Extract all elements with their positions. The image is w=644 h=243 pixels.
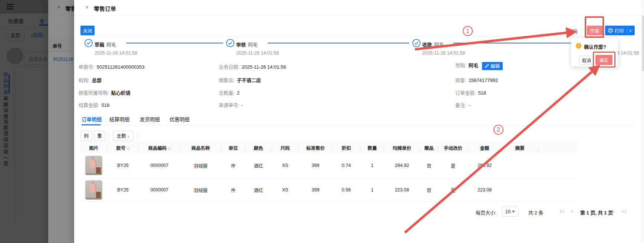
field-org: 机构:总部 — [79, 76, 102, 83]
step-audit: 审核 — [236, 41, 246, 48]
retail-order-drawer: × 零售订单 关闭 条码 作废 打印 ∨ 草稿 阿毛 2025-11-26 14… — [74, 0, 644, 243]
filter-icon[interactable]: ▽ — [127, 147, 130, 151]
page-size-select[interactable]: 10 — [502, 207, 519, 217]
print-label: 打印 — [615, 27, 624, 34]
drawer-title: 零售订单 — [94, 4, 116, 12]
scrollbar[interactable] — [641, 0, 644, 243]
tab-shipping-detail[interactable]: 发货明细 — [140, 115, 160, 123]
field-customer-guide: 顾客所属导购:贴心织语 — [79, 89, 131, 96]
step-payment: 收款 — [422, 41, 432, 48]
field-guide: 导购:阿毛编辑 — [455, 62, 503, 70]
page-size-label: 每页大小: — [476, 209, 496, 216]
barcode-link[interactable]: 条码 — [568, 27, 578, 35]
close-icon[interactable]: × — [85, 4, 89, 11]
step-check-icon — [226, 39, 234, 47]
first-page-button[interactable]: |< — [559, 208, 564, 214]
field-biz-date: 业务日期:2025-11-26 14:01:58 — [219, 63, 286, 70]
step-draft: 草稿 — [95, 41, 104, 48]
tab-order-detail[interactable]: 订单明细 — [82, 115, 102, 123]
tab-discount-detail[interactable]: 优惠明细 — [169, 115, 189, 123]
theme-dropdown[interactable]: 主题 ∨ — [113, 131, 133, 141]
annotation-box-void — [585, 16, 604, 38]
field-store: 销售店:子不语二店 — [219, 76, 261, 83]
confirm-message: 确认作废? — [584, 43, 606, 50]
page-info: 第 1 页, 共 1 页 — [580, 209, 613, 216]
pencil-icon — [485, 64, 489, 68]
product-image[interactable] — [85, 180, 102, 200]
annotation-circle-1: 1 — [463, 26, 473, 36]
active-tab-underline — [82, 124, 101, 125]
table-row[interactable]: BY25 0000007 羽绒服 件 酒红 XS 399 0.74 1 294.… — [80, 153, 577, 178]
field-settle-amount: 结算金额:518 — [79, 101, 109, 108]
order-detail-table: 图片 款号▽ 商品编码▽ 商品名称 单位 颜色 尺码 标准售价 折扣 数量 均摊… — [80, 142, 577, 202]
annotation-circle-2: 2 — [493, 125, 503, 135]
next-page-button[interactable]: > — [612, 208, 615, 214]
field-doc-no: 单据号:502511261400000353 — [79, 63, 145, 70]
cancel-button[interactable]: 取消 — [579, 56, 594, 65]
chevron-down-icon: ∨ — [629, 29, 632, 33]
field-total-qty: 总数量:2 — [219, 89, 240, 96]
filter-icon[interactable]: ▽ — [168, 147, 171, 151]
total-count: 共 2 条 — [528, 209, 543, 216]
table-row[interactable]: BY25 0000007 羽绒服 件 酒红 XS 399 0.56 1 223.… — [80, 178, 577, 202]
step-check-icon — [85, 39, 93, 47]
tab-settlement-detail[interactable]: 结算明细 — [109, 115, 129, 123]
reset-button[interactable]: 重 — [94, 131, 105, 141]
field-remark: 备注:- — [455, 101, 470, 108]
scrollbar-thumb[interactable] — [642, 16, 644, 71]
warning-icon: ! — [576, 43, 581, 49]
field-order-amount: 订单金额:518 — [455, 89, 486, 96]
product-image[interactable] — [85, 156, 102, 175]
detail-tabs: 订单明细 结算明细 发货明细 优惠明细 — [80, 114, 634, 125]
annotation-box-confirm — [593, 52, 615, 68]
field-customer: 顾客:15674177992 — [455, 76, 498, 83]
field-source-no: 来源单号:- — [219, 101, 243, 108]
close-button[interactable]: 关闭 — [80, 26, 95, 35]
step-check-icon — [412, 39, 420, 47]
divider — [80, 36, 634, 36]
chevron-down-icon: ∨ — [127, 135, 130, 138]
table-header-row: 图片 款号▽ 商品编码▽ 商品名称 单位 颜色 尺码 标准售价 折扣 数量 均摊… — [80, 142, 577, 153]
prev-page-button[interactable]: < — [571, 208, 573, 214]
printer-icon — [608, 28, 613, 33]
caret-down-icon — [512, 211, 515, 213]
edit-guide-button[interactable]: 编辑 — [482, 62, 503, 70]
columns-button[interactable]: 列 — [80, 131, 92, 141]
print-button[interactable]: 打印 ∨ — [605, 26, 635, 35]
last-page-button[interactable]: >| — [622, 208, 627, 214]
drawer-header: × 零售订单 — [74, 0, 644, 15]
